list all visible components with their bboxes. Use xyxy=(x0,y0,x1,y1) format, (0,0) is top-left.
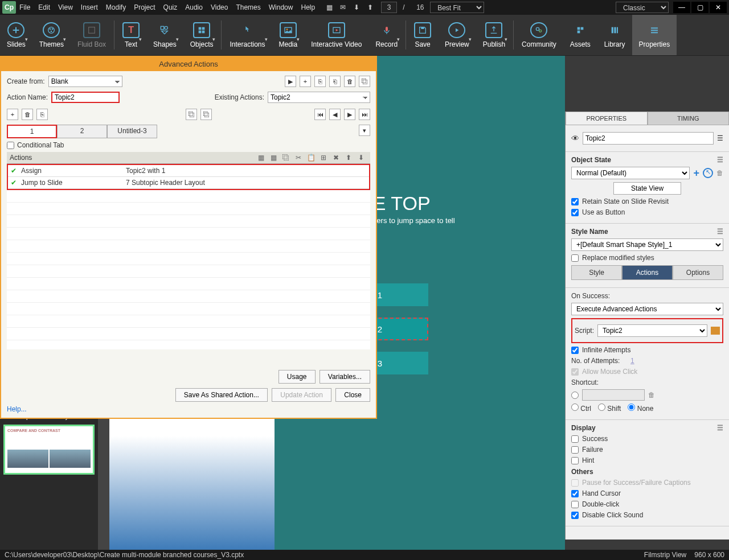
menu-icon[interactable]: ☰ xyxy=(717,134,723,142)
paste-decision-icon[interactable]: ⿻ xyxy=(200,109,212,120)
record-button[interactable]: Record xyxy=(368,15,404,55)
tab-timing[interactable]: TIMING xyxy=(648,112,730,125)
remove-row-icon[interactable]: ▦ xyxy=(267,154,280,162)
menu-help[interactable]: Help xyxy=(301,3,315,11)
slides-button[interactable]: Slides xyxy=(0,15,32,55)
delete-state-icon[interactable]: 🗑 xyxy=(716,169,723,177)
reset-state-icon[interactable] xyxy=(703,168,713,178)
infinite-attempts-checkbox[interactable] xyxy=(571,347,579,354)
move-up-icon[interactable]: ⬆ xyxy=(342,154,355,162)
properties-button[interactable]: Properties xyxy=(632,15,677,55)
assets-button[interactable]: Assets xyxy=(563,15,597,55)
menu-icon[interactable]: ☰ xyxy=(717,424,723,432)
conditional-tab-checkbox[interactable] xyxy=(7,142,14,149)
folder-icon[interactable] xyxy=(711,327,720,335)
menu-window[interactable]: Window xyxy=(269,3,293,11)
export-action-icon[interactable]: ⎗ xyxy=(329,76,341,87)
duplicate-decision-icon[interactable]: ⎘ xyxy=(36,109,48,120)
import-action-icon[interactable]: ⎘ xyxy=(314,76,326,87)
none-radio[interactable] xyxy=(628,403,635,411)
maximize-button[interactable]: ▢ xyxy=(691,2,708,13)
create-from-select[interactable]: Blank xyxy=(48,76,122,87)
use-as-button-checkbox[interactable] xyxy=(571,209,579,216)
table-row[interactable]: ✔ Jump to Slide 7 Subtopic Header Layout xyxy=(8,177,369,189)
next-icon[interactable]: ▶ xyxy=(344,109,355,120)
zoom-select[interactable]: Best Fit xyxy=(430,2,484,13)
page-current-input[interactable] xyxy=(381,2,397,13)
menu-themes[interactable]: Themes xyxy=(236,3,260,11)
calendar-icon[interactable]: ▦ xyxy=(326,3,334,11)
usage-button[interactable]: Usage xyxy=(279,370,316,384)
replace-styles-checkbox[interactable] xyxy=(571,254,579,262)
add-decision-icon[interactable]: + xyxy=(7,109,18,120)
save-button[interactable]: Save xyxy=(407,15,438,55)
interactive-video-button[interactable]: Interactive Video xyxy=(304,15,368,55)
interactions-button[interactable]: Interactions xyxy=(223,15,272,55)
menu-modify[interactable]: Modify xyxy=(106,3,126,11)
shapes-button[interactable]: Shapes xyxy=(146,15,183,55)
add-state-icon[interactable]: + xyxy=(693,167,699,179)
publish-button[interactable]: Publish xyxy=(476,15,512,55)
tab-properties[interactable]: PROPERTIES xyxy=(566,112,648,125)
add-row-icon[interactable]: ▦ xyxy=(255,154,267,162)
move-down-icon[interactable]: ⬇ xyxy=(355,154,367,162)
existing-actions-select[interactable]: Topic2 xyxy=(268,92,370,103)
prev-icon[interactable]: ◀ xyxy=(329,109,341,120)
copy-row-icon[interactable]: ⿻ xyxy=(280,154,292,162)
preview-button[interactable]: Preview xyxy=(438,15,476,55)
retain-state-checkbox[interactable] xyxy=(571,198,579,205)
workspace-select[interactable]: Classic xyxy=(616,2,669,13)
preview-action-icon[interactable]: ▶ xyxy=(285,76,296,87)
copy-decision-icon[interactable]: ⿻ xyxy=(186,109,197,120)
menu-view[interactable]: View xyxy=(58,3,73,11)
failure-checkbox[interactable] xyxy=(571,446,579,454)
community-button[interactable]: Community xyxy=(515,15,563,55)
mail-icon[interactable]: ✉ xyxy=(340,3,348,11)
style-select[interactable]: +[Default Smart Shape Style]_1 xyxy=(571,238,723,251)
media-button[interactable]: Media xyxy=(272,15,305,55)
tabs-dropdown-icon[interactable]: ▾ xyxy=(359,125,370,136)
save-as-shared-button[interactable]: Save As Shared Action... xyxy=(175,388,268,402)
table-row[interactable]: ✔ Assign Topic2 with 1 xyxy=(8,165,369,177)
close-button[interactable]: Close xyxy=(335,388,370,402)
menu-file[interactable]: File xyxy=(19,3,30,11)
menu-insert[interactable]: Insert xyxy=(81,3,98,11)
clear-shortcut-icon[interactable]: 🗑 xyxy=(648,391,655,399)
double-click-checkbox[interactable] xyxy=(571,501,579,508)
seg-options[interactable]: Options xyxy=(673,265,723,280)
state-view-button[interactable]: State View xyxy=(613,182,681,195)
ctrl-radio[interactable] xyxy=(571,403,579,411)
duplicate-action-icon[interactable]: ⿻ xyxy=(359,76,370,87)
menu-project[interactable]: Project xyxy=(134,3,155,11)
empty-grid[interactable] xyxy=(7,190,370,349)
paste-row-icon[interactable]: 📋 xyxy=(305,154,317,162)
last-icon[interactable]: ⏭ xyxy=(359,109,370,120)
shortcut-key-radio[interactable] xyxy=(571,392,579,399)
script-select[interactable]: Topic2 xyxy=(597,324,707,337)
objects-button[interactable]: Objects xyxy=(183,15,220,55)
delete-action-icon[interactable]: 🗑 xyxy=(344,76,355,87)
decision-tab-1[interactable]: 1 xyxy=(7,125,57,138)
menu-icon[interactable]: ☰ xyxy=(717,228,723,236)
minimize-button[interactable]: — xyxy=(673,2,690,13)
seg-actions[interactable]: Actions xyxy=(622,265,673,280)
add-action-icon[interactable]: + xyxy=(300,76,311,87)
hand-cursor-checkbox[interactable] xyxy=(571,490,579,497)
seg-style[interactable]: Style xyxy=(571,265,622,280)
decision-tab-3[interactable]: Untitled-3 xyxy=(107,125,157,138)
state-select[interactable]: Normal (Default) xyxy=(571,167,690,179)
visibility-icon[interactable]: 👁 xyxy=(571,134,579,143)
cut-row-icon[interactable]: ✂ xyxy=(292,154,305,162)
disable-click-sound-checkbox[interactable] xyxy=(571,512,579,519)
menu-edit[interactable]: Edit xyxy=(38,3,50,11)
onsuccess-select[interactable]: Execute Advanced Actions xyxy=(571,303,723,315)
insert-row-icon[interactable]: ⊞ xyxy=(317,154,330,162)
success-checkbox[interactable] xyxy=(571,435,579,443)
menu-video[interactable]: Video xyxy=(211,3,228,11)
menu-icon[interactable]: ☰ xyxy=(717,156,723,164)
hint-checkbox[interactable] xyxy=(571,457,579,464)
object-name-input[interactable] xyxy=(583,132,714,145)
variables-button[interactable]: Variables... xyxy=(320,370,370,384)
menu-quiz[interactable]: Quiz xyxy=(163,3,178,11)
view-mode[interactable]: Filmstrip View xyxy=(644,551,686,559)
